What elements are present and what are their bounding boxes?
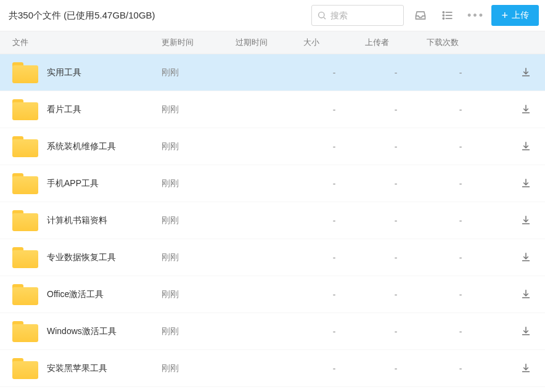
cell-updated: 刚刚 — [162, 326, 236, 337]
search-box[interactable] — [311, 5, 404, 26]
col-header-expire[interactable]: 过期时间 — [236, 37, 303, 48]
download-button[interactable] — [519, 324, 533, 338]
file-name: Office激活工具 — [47, 289, 104, 300]
svg-point-7 — [443, 18, 445, 19]
cell-updated: 刚刚 — [162, 178, 236, 189]
cell-downloads: - — [427, 327, 494, 337]
cell-downloads: - — [427, 216, 494, 226]
table-row[interactable]: 专业数据恢复工具刚刚--- — [0, 239, 545, 276]
download-button[interactable] — [519, 139, 533, 153]
file-name: 安装黑苹果工具 — [47, 363, 107, 374]
cell-uploader: - — [365, 105, 427, 115]
svg-point-0 — [319, 12, 324, 18]
file-name: 实用工具 — [47, 67, 81, 78]
table-row[interactable]: 手机APP工具刚刚--- — [0, 165, 545, 202]
search-icon — [317, 10, 327, 20]
download-icon — [520, 214, 531, 226]
download-icon — [520, 178, 531, 189]
cell-size: - — [303, 142, 365, 152]
download-button[interactable] — [519, 250, 533, 264]
download-icon — [520, 288, 531, 300]
cell-size: - — [303, 105, 365, 115]
cell-uploader: - — [365, 216, 427, 226]
download-button[interactable] — [519, 102, 533, 116]
col-header-size[interactable]: 大小 — [303, 37, 365, 48]
file-name: 手机APP工具 — [47, 178, 99, 189]
topbar: 共350个文件 (已使用5.47GB/10GB) ••• + 上传 — [0, 0, 545, 31]
upload-label: 上传 — [512, 10, 529, 21]
table-row[interactable]: Windows激活工具刚刚--- — [0, 313, 545, 350]
folder-icon — [12, 247, 38, 268]
cell-downloads: - — [427, 253, 494, 263]
upload-button[interactable]: + 上传 — [491, 5, 539, 26]
more-button[interactable]: ••• — [464, 5, 485, 26]
inbox-icon — [414, 9, 427, 22]
folder-icon — [12, 173, 38, 194]
col-header-uploader[interactable]: 上传者 — [365, 37, 427, 48]
download-icon — [520, 362, 531, 374]
cell-downloads: - — [427, 142, 494, 152]
download-icon — [520, 325, 531, 337]
folder-icon — [12, 321, 38, 342]
svg-point-6 — [443, 15, 445, 16]
table-row[interactable]: 系统装机维修工具刚刚--- — [0, 128, 545, 165]
table-row[interactable]: 实用工具刚刚--- — [0, 54, 545, 91]
svg-point-5 — [443, 12, 445, 13]
table-row[interactable]: 看片工具刚刚--- — [0, 91, 545, 128]
download-button[interactable] — [519, 176, 533, 190]
col-header-name[interactable]: 文件 — [9, 37, 162, 48]
download-button[interactable] — [519, 65, 533, 79]
folder-icon — [12, 358, 38, 379]
plus-icon: + — [501, 10, 508, 21]
folder-icon — [12, 99, 38, 120]
cell-downloads: - — [427, 179, 494, 189]
cell-size: - — [303, 216, 365, 226]
download-icon — [520, 67, 531, 78]
col-header-updated[interactable]: 更新时间 — [162, 37, 236, 48]
cell-uploader: - — [365, 142, 427, 152]
cell-downloads: - — [427, 105, 494, 115]
inbox-button[interactable] — [410, 5, 431, 26]
cell-uploader: - — [365, 290, 427, 300]
cell-uploader: - — [365, 179, 427, 189]
cell-size: - — [303, 327, 365, 337]
cell-updated: 刚刚 — [162, 289, 236, 300]
cell-size: - — [303, 253, 365, 263]
col-header-downloads[interactable]: 下载次数 — [427, 37, 494, 48]
table-row[interactable]: 计算机书籍资料刚刚--- — [0, 202, 545, 239]
table-row[interactable]: Office激活工具刚刚--- — [0, 276, 545, 313]
folder-icon — [12, 62, 38, 83]
download-icon — [520, 251, 531, 263]
file-name: 计算机书籍资料 — [47, 215, 107, 226]
cell-size: - — [303, 179, 365, 189]
list-icon — [441, 9, 454, 22]
cell-updated: 刚刚 — [162, 141, 236, 152]
cell-downloads: - — [427, 290, 494, 300]
cell-uploader: - — [365, 68, 427, 78]
download-button[interactable] — [519, 213, 533, 227]
folder-icon — [12, 210, 38, 231]
search-input[interactable] — [330, 10, 398, 20]
cell-updated: 刚刚 — [162, 252, 236, 263]
download-button[interactable] — [519, 287, 533, 301]
cell-updated: 刚刚 — [162, 104, 236, 115]
cell-size: - — [303, 68, 365, 78]
folder-icon — [12, 136, 38, 157]
file-name: 专业数据恢复工具 — [47, 252, 116, 263]
svg-line-1 — [324, 17, 326, 19]
cell-size: - — [303, 364, 365, 374]
file-name: Windows激活工具 — [47, 326, 117, 337]
download-button[interactable] — [519, 361, 533, 375]
download-icon — [520, 104, 531, 115]
file-summary: 共350个文件 (已使用5.47GB/10GB) — [9, 10, 305, 22]
list-view-button[interactable] — [437, 5, 458, 26]
cell-uploader: - — [365, 364, 427, 374]
cell-size: - — [303, 290, 365, 300]
download-icon — [520, 141, 531, 152]
more-icon: ••• — [465, 9, 485, 22]
folder-icon — [12, 284, 38, 305]
table-row[interactable]: 安装黑苹果工具刚刚--- — [0, 350, 545, 387]
file-name: 系统装机维修工具 — [47, 141, 116, 152]
cell-uploader: - — [365, 253, 427, 263]
table-header: 文件 更新时间 过期时间 大小 上传者 下载次数 — [0, 31, 545, 54]
